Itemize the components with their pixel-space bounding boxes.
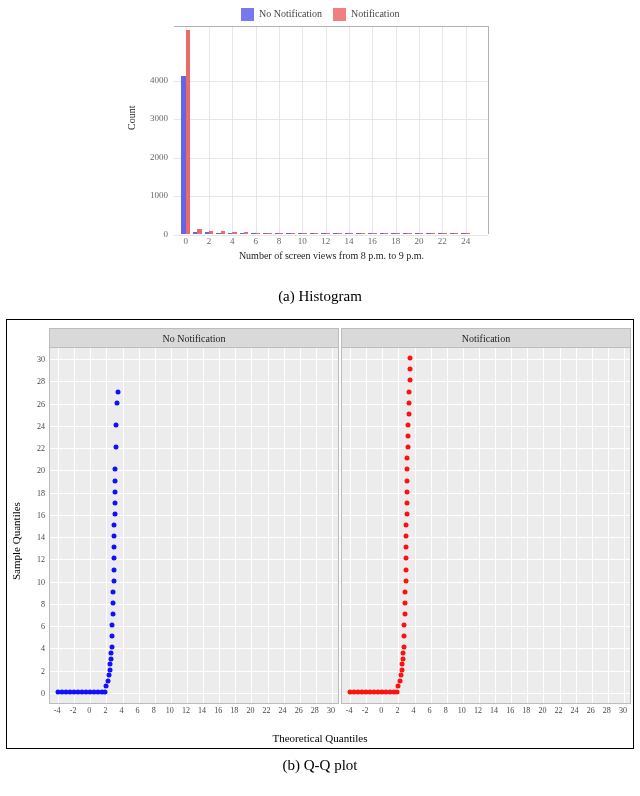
qq-xticks-left: -4-2024681012141618202224262830 [49, 704, 339, 722]
qq-point [403, 578, 408, 583]
figure-qq: Sample Quantiles 02468101214161820222426… [6, 319, 634, 774]
qq-y-axis-label: Sample Quantiles [10, 502, 22, 580]
qq-plot-area: Sample Quantiles 02468101214161820222426… [6, 319, 634, 749]
qq-point [113, 478, 118, 483]
qq-point [398, 673, 403, 678]
qq-point [402, 623, 407, 628]
bar-notification [186, 30, 190, 234]
histogram-plot-area: No Notification Notification Count 01000… [6, 6, 634, 280]
qq-point [405, 467, 410, 472]
qq-point [400, 662, 405, 667]
qq-point [406, 411, 411, 416]
qq-point [112, 523, 117, 528]
qq-point [115, 389, 120, 394]
histogram-y-ticks: 01000200030004000 [136, 26, 174, 234]
qq-point [404, 511, 409, 516]
qq-point [403, 600, 408, 605]
legend-item-notification: Notification [333, 8, 400, 21]
qq-xticks-right: -4-2024681012141618202224262830 [341, 704, 631, 722]
qq-point [107, 667, 112, 672]
legend-label-a: No Notification [259, 8, 322, 19]
qq-point [106, 673, 111, 678]
qq-point [399, 667, 404, 672]
qq-point [110, 634, 115, 639]
facet-strip-left: No Notification [49, 328, 339, 348]
qq-facet-no-notification: No Notification -4-202468101214161820222… [49, 328, 339, 724]
qq-point [112, 545, 117, 550]
histogram-caption: (a) Histogram [6, 288, 634, 305]
facet-strip-right: Notification [341, 328, 631, 348]
figure-histogram: No Notification Notification Count 01000… [6, 6, 634, 305]
qq-point [405, 445, 410, 450]
qq-point [111, 556, 116, 561]
qq-point [110, 623, 115, 628]
qq-point [102, 689, 107, 694]
qq-point [407, 389, 412, 394]
qq-point [106, 678, 111, 683]
legend-item-no-notification: No Notification [241, 8, 323, 21]
qq-point [109, 650, 114, 655]
qq-point [406, 422, 411, 427]
qq-canvas-left [49, 348, 339, 704]
qq-point [108, 662, 113, 667]
legend-swatch-blue [241, 8, 254, 21]
qq-point [112, 534, 117, 539]
qq-point [404, 500, 409, 505]
qq-point [111, 578, 116, 583]
qq-point [111, 589, 116, 594]
qq-point [396, 684, 401, 689]
qq-point [407, 378, 412, 383]
qq-point [408, 367, 413, 372]
qq-point [108, 656, 113, 661]
qq-point [407, 400, 412, 405]
qq-point [394, 689, 399, 694]
qq-point [111, 600, 116, 605]
qq-point [403, 567, 408, 572]
histogram-x-axis-label: Number of screen views from 8 p.m. to 9 … [174, 250, 489, 261]
legend-label-b: Notification [351, 8, 399, 19]
qq-point [111, 567, 116, 572]
qq-x-axis-label: Theoretical Quantiles [7, 732, 633, 744]
qq-point [406, 434, 411, 439]
qq-point [113, 467, 118, 472]
qq-y-ticks: 024681012141618202224262830 [25, 348, 49, 704]
qq-facet-notification: Notification -4-202468101214161820222426… [341, 328, 631, 724]
qq-caption: (b) Q-Q plot [6, 757, 634, 774]
qq-point [112, 511, 117, 516]
legend-swatch-red [333, 8, 346, 21]
qq-point [401, 645, 406, 650]
qq-point [401, 650, 406, 655]
qq-point [404, 523, 409, 528]
qq-point [114, 422, 119, 427]
qq-point [402, 634, 407, 639]
qq-point [408, 356, 413, 361]
qq-point [404, 545, 409, 550]
qq-point [404, 489, 409, 494]
qq-point [405, 456, 410, 461]
qq-point [404, 534, 409, 539]
qq-point [112, 489, 117, 494]
qq-point [112, 500, 117, 505]
qq-point [110, 612, 115, 617]
qq-point [113, 445, 118, 450]
qq-canvas-right [341, 348, 631, 704]
qq-point [403, 556, 408, 561]
histogram-legend: No Notification Notification [6, 8, 634, 21]
qq-point [403, 589, 408, 594]
histogram-canvas [174, 26, 489, 234]
qq-point [114, 400, 119, 405]
qq-point [400, 656, 405, 661]
qq-point [104, 684, 109, 689]
qq-point [109, 645, 114, 650]
qq-point [402, 612, 407, 617]
qq-point [405, 478, 410, 483]
qq-point [398, 678, 403, 683]
